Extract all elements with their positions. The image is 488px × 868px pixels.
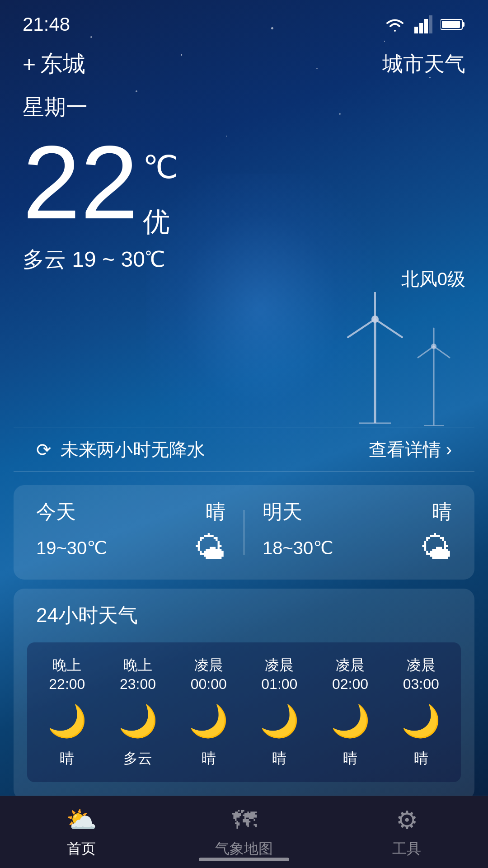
temperature-unit: ℃ (143, 149, 178, 186)
wind-info: 北风0级 (401, 267, 465, 292)
map-icon: 🗺 (232, 806, 257, 835)
svg-rect-5 (462, 22, 465, 27)
battery-icon (441, 18, 465, 31)
precipitation-info: ⟳ 未来两小时无降水 (36, 437, 205, 462)
day-label: 星期一 (0, 79, 488, 122)
svg-line-9 (375, 319, 402, 337)
nav-home[interactable]: ⛅ 首页 (0, 805, 163, 859)
header: + 东城 城市天气 (0, 40, 488, 79)
nav-map-label: 气象地图 (215, 839, 273, 859)
tomorrow-forecast: 明天 晴 18~30℃ 🌤 (263, 499, 452, 566)
hourly-col: 凌晨00:00 🌙 晴 (173, 656, 244, 769)
home-icon: ⛅ (66, 805, 97, 835)
daily-separator (244, 510, 244, 555)
status-bar: 21:48 (0, 0, 488, 40)
svg-rect-3 (429, 15, 432, 33)
hour-label: 凌晨01:00 (261, 656, 297, 693)
hourly-row: 晚上22:00 🌙 晴 晚上23:00 🌙 多云 凌晨00:00 🌙 晴 凌晨0… (32, 656, 456, 769)
svg-point-17 (431, 344, 436, 349)
daily-row: 今天 晴 19~30℃ 🌤 明天 晴 18~30℃ 🌤 (36, 499, 452, 566)
hourly-forecast-card: 24小时天气 晚上22:00 🌙 晴 晚上23:00 🌙 多云 凌晨00:00 … (14, 589, 474, 800)
today-bottom: 19~30℃ 🌤 (36, 530, 225, 566)
signal-icon (414, 15, 432, 33)
today-label: 今天 (36, 499, 76, 525)
tomorrow-temp: 18~30℃ (263, 538, 333, 558)
hourly-col: 凌晨02:00 🌙 晴 (315, 656, 386, 769)
hour-label: 晚上23:00 (120, 656, 156, 693)
hour-label: 晚上22:00 (49, 656, 85, 693)
tomorrow-label: 明天 (263, 499, 302, 525)
hourly-col: 晚上22:00 🌙 晴 (32, 656, 103, 769)
hour-condition: 晴 (202, 749, 216, 769)
hour-icon: 🌙 (118, 703, 158, 740)
temperature-main: 22 ℃ 优 (23, 131, 465, 241)
city-weather-title[interactable]: 城市天气 (382, 50, 465, 78)
turbines-area (0, 283, 488, 428)
hour-condition: 晴 (343, 749, 357, 769)
precip-icon: ⟳ (36, 439, 52, 460)
svg-point-11 (371, 316, 379, 323)
hour-icon: 🌙 (401, 703, 441, 740)
add-location-button[interactable]: + (23, 51, 36, 77)
nav-tools-label: 工具 (392, 839, 421, 859)
today-header: 今天 晴 (36, 499, 225, 525)
today-temp: 19~30℃ (36, 538, 107, 558)
today-icon: 🌤 (194, 530, 225, 566)
tomorrow-icon: 🌤 (420, 530, 452, 566)
nav-tools[interactable]: ⚙ 工具 (325, 806, 488, 859)
hour-icon: 🌙 (260, 703, 299, 740)
hour-condition: 多云 (123, 749, 152, 769)
temperature-right: ℃ 优 (143, 149, 178, 241)
tomorrow-header: 明天 晴 (263, 499, 452, 525)
bottom-navigation: ⛅ 首页 🗺 气象地图 ⚙ 工具 (0, 796, 488, 868)
temperature-value: 22 (23, 131, 138, 235)
hour-label: 凌晨02:00 (332, 656, 368, 693)
svg-line-15 (434, 346, 450, 358)
hourly-table: 晚上22:00 🌙 晴 晚上23:00 🌙 多云 凌晨00:00 🌙 晴 凌晨0… (27, 642, 461, 782)
air-quality: 优 (143, 204, 178, 241)
temperature-section: 22 ℃ 优 (0, 122, 488, 241)
view-detail-text: 查看详情 › (369, 437, 452, 462)
svg-rect-1 (419, 23, 423, 33)
hour-condition: 晴 (414, 749, 428, 769)
home-indicator (199, 858, 289, 861)
svg-rect-6 (442, 21, 460, 28)
svg-line-10 (348, 319, 375, 337)
hourly-col: 凌晨03:00 🌙 晴 (385, 656, 456, 769)
hour-icon: 🌙 (47, 703, 87, 740)
hour-condition: 晴 (60, 749, 74, 769)
svg-rect-0 (414, 27, 418, 33)
hourly-col: 凌晨01:00 🌙 晴 (244, 656, 315, 769)
hour-label: 凌晨03:00 (403, 656, 439, 693)
svg-rect-2 (424, 19, 428, 33)
location-name: 东城 (40, 49, 85, 79)
wifi-icon (384, 15, 406, 33)
hourly-title: 24小时天气 (27, 602, 461, 629)
hour-icon: 🌙 (331, 703, 370, 740)
view-detail[interactable]: 查看详情 › (369, 437, 452, 462)
today-condition: 晴 (206, 499, 225, 525)
tomorrow-bottom: 18~30℃ 🌤 (263, 530, 452, 566)
daily-forecast-card: 今天 晴 19~30℃ 🌤 明天 晴 18~30℃ 🌤 (14, 485, 474, 580)
nav-map[interactable]: 🗺 气象地图 (163, 806, 325, 859)
tomorrow-condition: 晴 (432, 499, 452, 525)
hour-icon: 🌙 (189, 703, 228, 740)
status-time: 21:48 (23, 14, 70, 35)
precipitation-bar: ⟳ 未来两小时无降水 查看详情 › (14, 428, 474, 472)
wind-turbines (285, 292, 465, 428)
tools-icon: ⚙ (396, 806, 418, 835)
nav-home-label: 首页 (67, 839, 96, 859)
status-icons (384, 15, 465, 33)
today-forecast: 今天 晴 19~30℃ 🌤 (36, 499, 225, 566)
hour-condition: 晴 (272, 749, 286, 769)
hourly-col: 晚上23:00 🌙 多云 (103, 656, 174, 769)
hour-label: 凌晨00:00 (191, 656, 227, 693)
svg-line-16 (418, 346, 434, 358)
precipitation-text: 未来两小时无降水 (61, 437, 205, 462)
